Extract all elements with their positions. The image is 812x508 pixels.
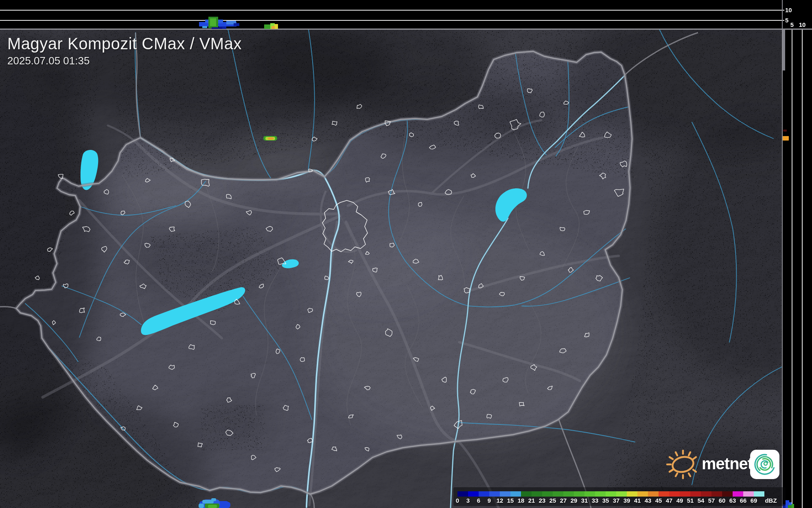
right-axis-label-5: 5 [790, 21, 794, 28]
legend-tick-label: 63 [729, 497, 736, 504]
legend-swatch [521, 491, 532, 497]
legend-swatch [669, 491, 680, 497]
top-axis-label-10: 10 [785, 7, 792, 13]
legend-tick-label: 45 [655, 497, 662, 504]
top-panel-gridline-5km [0, 20, 784, 21]
legend-swatch [722, 491, 733, 497]
legend-tick-label: 33 [592, 497, 599, 504]
legend-tick-label: 25 [549, 497, 556, 504]
sun-icon [663, 446, 701, 482]
legend-tick-label: 21 [528, 497, 535, 504]
top-panel-gridline-10km [0, 10, 784, 11]
legend-tick-label: 66 [740, 497, 747, 504]
legend-swatch [468, 491, 479, 497]
legend-tick-label: 15 [507, 497, 514, 504]
legend-swatch [680, 491, 690, 497]
panel-separator-vertical [782, 0, 783, 508]
map-edge-bar [783, 30, 785, 70]
legend-swatch [754, 491, 764, 497]
legend-swatch [711, 491, 722, 497]
map-area [0, 29, 782, 508]
legend-swatch [532, 491, 542, 497]
metnet-logo: metnet [663, 446, 753, 482]
legend-tick-label: 35 [602, 497, 609, 504]
right-profile-panel [782, 29, 812, 508]
legend-tick-label: 3 [466, 497, 470, 504]
timestamp: 2025.07.05 01:35 [7, 55, 242, 67]
legend-tick-label: 0 [456, 497, 459, 504]
right-panel-gridline-5km [792, 30, 792, 508]
legend-tick-label: 12 [497, 497, 503, 504]
legend-swatch [500, 491, 510, 497]
legend-swatch [690, 491, 701, 497]
legend-swatch [553, 491, 563, 497]
legend-tick-label: 49 [676, 497, 683, 504]
legend-swatch [648, 491, 659, 497]
legend-swatch [584, 491, 595, 497]
legend-tick-label: 27 [560, 497, 567, 504]
legend-tick-label: 41 [634, 497, 641, 504]
header: Magyar Kompozit CMax / VMax 2025.07.05 0… [7, 34, 242, 67]
legend-tick-label: 31 [581, 497, 588, 504]
legend-tick-label: 37 [613, 497, 620, 504]
legend-swatch [616, 491, 627, 497]
radar-map-svg [0, 29, 782, 508]
right-axis-label-10: 10 [799, 21, 806, 28]
metnet-wordmark: metnet [702, 455, 753, 473]
legend-tick-label: 60 [719, 497, 726, 504]
legend-swatch [563, 491, 574, 497]
legend-tick-label: 9 [488, 497, 491, 504]
app-icon [750, 450, 779, 479]
top-axis-label-5: 5 [785, 17, 788, 24]
legend-swatch [701, 491, 711, 497]
legend-swatch [659, 491, 669, 497]
legend-tick-label: 23 [539, 497, 546, 504]
legend-tick-label: 6 [477, 497, 480, 504]
legend-swatch [637, 491, 648, 497]
legend-tick-label: 54 [698, 497, 705, 504]
radar-screen: 10 5 5 10 Magyar Kompozit CMax / VMax 20… [0, 0, 812, 508]
top-profile-panel [0, 0, 812, 29]
right-panel-gridline-10km [802, 30, 803, 508]
legend-swatch [627, 491, 637, 497]
legend-swatch [489, 491, 500, 497]
legend-tick-label: 57 [708, 497, 715, 504]
legend-unit-label: dBZ [765, 497, 777, 504]
legend-tick-label: 51 [687, 497, 694, 504]
legend-swatch [457, 491, 468, 497]
legend-swatch [595, 491, 606, 497]
legend-swatch [574, 491, 584, 497]
legend-swatch [542, 491, 553, 497]
page-title: Magyar Kompozit CMax / VMax [7, 34, 242, 53]
legend-swatch [733, 491, 743, 497]
legend-swatch [606, 491, 616, 497]
legend-tick-label: 69 [751, 497, 757, 504]
legend-tick-label: 18 [518, 497, 525, 504]
legend-tick-label: 39 [624, 497, 630, 504]
legend-swatch [479, 491, 489, 497]
legend-tick-label: 47 [666, 497, 673, 504]
legend-swatch [510, 491, 521, 497]
panel-separator-horizontal [0, 29, 812, 30]
reflectivity-legend: 0369121518212325272931333537394143454749… [453, 487, 786, 506]
legend-swatch [743, 491, 754, 497]
legend-tick-label: 43 [645, 497, 652, 504]
legend-tick-label: 29 [571, 497, 578, 504]
